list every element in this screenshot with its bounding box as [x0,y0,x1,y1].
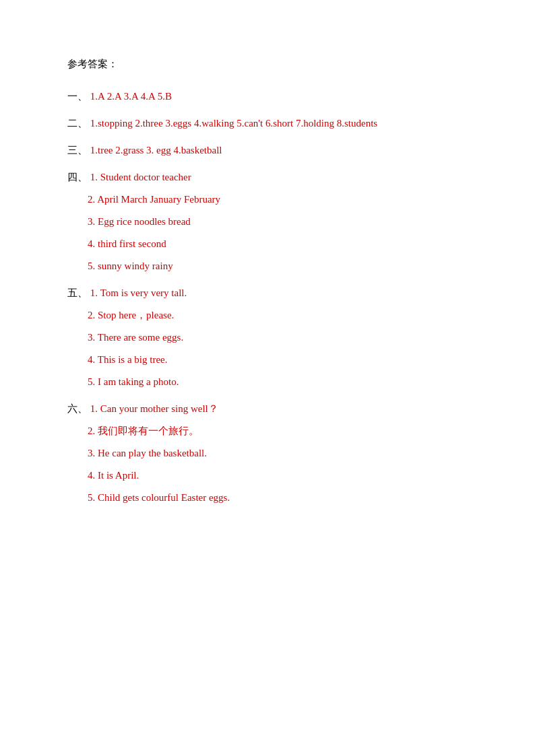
section-san: 三、 1.tree 2.grass 3. egg 4.basketball [67,140,468,160]
section-si-line3: Egg rice noodles bread [98,216,191,227]
section-liu-line5-text: Child gets colourful Easter eggs. [98,492,230,503]
section-si-line5: sunny windy rainy [98,261,173,271]
section-wu-line3-text: There are some eggs. [98,332,183,343]
section-liu-line1-text: Can your mother sing well？ [100,403,218,414]
section-liu-line3-text: He can play the basketball. [98,448,207,458]
section-wu-line5-text: I am taking a photo. [98,376,179,387]
section-liu-line3-num: 3. [88,448,98,458]
section-wu-line2-text: Stop here，please. [98,310,174,320]
section-si-line1: Student doctor teacher [100,172,191,182]
section-san-label: 三、 [67,145,88,156]
section-liu-line2-num: 2. [88,425,98,436]
section-liu-line4-text: It is April. [98,470,139,481]
section-yi-label: 一、 [67,91,88,102]
section-wu-line1-num: 1. [90,287,100,298]
section-si-line4: third first second [98,238,166,249]
section-yi-answers: 1.A 2.A 3.A 4.A 5.B [90,91,172,102]
section-wu-line1-text: Tom is very very tall. [100,287,187,298]
section-wu-line5-num: 5. [88,376,98,387]
section-wu-line2-num: 2. [88,310,98,320]
section-si-line1-label: 1. [90,172,100,182]
section-si-line3-label: 3. [88,216,98,227]
section-liu-line4-num: 4. [88,470,98,481]
section-liu-label: 六、 [67,403,88,414]
section-er: 二、 1.stopping 2.three 3.eggs 4.walking 5… [67,113,468,133]
section-si-label: 四、 [67,172,88,182]
section-er-label: 二、 [67,118,88,129]
section-wu-line4-num: 4. [88,354,98,365]
section-si-line4-label: 4. [88,238,98,249]
section-san-answers: 1.tree 2.grass 3. egg 4.basketball [90,145,222,156]
section-liu-line5-num: 5. [88,492,98,503]
section-wu-line4-text: This is a big tree. [98,354,168,365]
page-title: 参考答案： [67,54,468,74]
section-yi: 一、 1.A 2.A 3.A 4.A 5.B [67,86,468,106]
section-si-line5-label: 5. [88,261,98,271]
section-wu-line3-num: 3. [88,332,98,343]
section-wu-label: 五、 [67,287,88,298]
section-si-line2-label: 2. [88,194,97,205]
section-si-line2: April March January February [97,194,220,205]
section-liu: 六、 1. Can your mother sing well？ 2. 我们即将… [67,399,468,508]
section-si: 四、 1. Student doctor teacher 2. April Ma… [67,167,468,276]
section-liu-line2-text: 我们即将有一个旅行。 [98,425,199,436]
section-er-answers: 1.stopping 2.three 3.eggs 4.walking 5.ca… [90,118,377,129]
section-wu: 五、 1. Tom is very very tall. 2. Stop her… [67,283,468,392]
section-liu-line1-num: 1. [90,403,100,414]
